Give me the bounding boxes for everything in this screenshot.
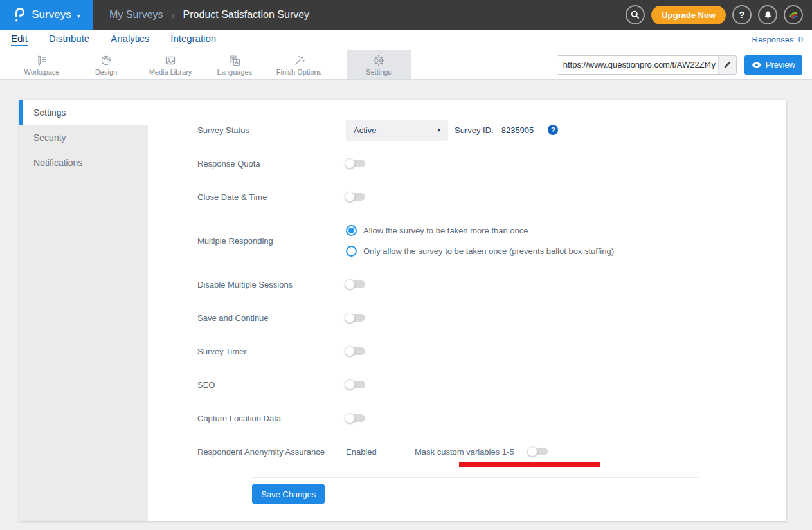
multiple-responding-row: Multiple Responding Allow the survey to …	[197, 220, 786, 261]
tab-integration[interactable]: Integration	[170, 33, 216, 46]
toolbar-tab-media-library[interactable]: Media Library	[138, 50, 203, 79]
disable-multiple-sessions-row: Disable Multiple Sessions	[197, 274, 786, 295]
radio-allow-more-than-once[interactable]	[346, 225, 357, 236]
survey-status-label: Survey Status	[197, 125, 346, 135]
close-date-time-toggle[interactable]	[346, 193, 365, 201]
seo-toggle[interactable]	[346, 381, 365, 388]
survey-id-value: 8235905	[501, 125, 534, 135]
disable-multiple-sessions-toggle[interactable]	[346, 280, 365, 288]
survey-timer-label: Survey Timer	[197, 347, 346, 356]
sidebar-item-settings[interactable]: Settings	[19, 100, 148, 125]
respondent-anonymity-label: Respondent Anonymity Assurance	[197, 447, 346, 457]
form-divider	[252, 477, 698, 478]
edit-url-button[interactable]	[718, 56, 736, 74]
response-quota-label: Response Quota	[197, 159, 346, 169]
sidebar-item-security[interactable]: Security	[19, 125, 148, 150]
toolbar-tab-languages[interactable]: Languages	[203, 50, 267, 79]
settings-form: Survey Status Active ▾ Survey ID: 823590…	[148, 100, 786, 521]
toolbar-tab-finish-options[interactable]: Finish Options	[267, 50, 331, 79]
question-mark-icon: ?	[739, 10, 745, 20]
capture-location-data-row: Capture Location Data	[197, 408, 786, 428]
bell-icon	[763, 10, 773, 20]
gear-icon	[372, 54, 385, 67]
mask-custom-variables-label: Mask custom variables 1-5	[415, 447, 528, 457]
response-quota-toggle[interactable]	[346, 160, 365, 167]
mask-custom-variables-toggle[interactable]	[528, 448, 548, 455]
notifications-button[interactable]	[758, 5, 777, 24]
seo-row: SEO	[197, 374, 786, 395]
save-and-continue-row: Save and Continue	[197, 307, 786, 328]
product-name: Surveys	[32, 8, 71, 21]
avatar[interactable]	[784, 5, 803, 24]
capture-location-data-label: Capture Location Data	[197, 414, 346, 423]
search-button[interactable]	[626, 5, 645, 24]
preview-label: Preview	[766, 60, 795, 69]
survey-url-field	[557, 55, 737, 75]
disable-multiple-sessions-label: Disable Multiple Sessions	[197, 280, 346, 289]
search-icon	[630, 10, 640, 20]
preview-button[interactable]: Preview	[744, 55, 802, 75]
chevron-down-icon: ▾	[77, 12, 80, 19]
survey-id-label: Survey ID:	[455, 125, 494, 135]
breadcrumb: My Surveys › Product Satisfaction Survey	[109, 9, 309, 21]
breadcrumb-my-surveys[interactable]: My Surveys	[109, 9, 163, 21]
survey-url-input[interactable]	[557, 56, 718, 74]
survey-status-value: Active	[354, 125, 376, 135]
avatar-logo-icon	[788, 10, 799, 21]
sidebar-item-notifications[interactable]: Notifications	[19, 150, 148, 175]
magic-wand-icon	[293, 54, 305, 67]
save-and-continue-toggle[interactable]	[346, 314, 365, 322]
image-icon	[164, 54, 177, 67]
chevron-down-icon: ▾	[437, 127, 440, 133]
annotation-red-underline	[459, 462, 600, 467]
response-quota-row: Response Quota	[197, 153, 786, 174]
radio-only-once[interactable]	[346, 246, 357, 257]
survey-status-row: Survey Status Active ▾ Survey ID: 823590…	[197, 120, 786, 140]
upgrade-now-button[interactable]: Upgrade Now	[651, 6, 726, 24]
eye-icon	[752, 62, 762, 68]
pencil-icon	[723, 60, 732, 69]
translate-icon	[228, 54, 241, 67]
multiple-responding-options: Allow the survey to be taken more than o…	[346, 220, 614, 261]
capture-location-data-toggle[interactable]	[346, 414, 365, 422]
survey-timer-row: Survey Timer	[197, 341, 786, 361]
responses-count[interactable]: Responses: 0	[752, 35, 804, 44]
respondent-anonymity-row: Respondent Anonymity Assurance Enabled M…	[197, 441, 786, 462]
settings-card: Settings Security Notifications Survey S…	[19, 100, 786, 521]
save-and-continue-label: Save and Continue	[197, 313, 346, 323]
toolbar-tab-workspace[interactable]: Workspace	[10, 50, 74, 79]
section-nav: Edit Distribute Analytics Integration Re…	[0, 30, 812, 50]
help-button[interactable]: ?	[732, 5, 752, 24]
edit-toolbar: Workspace Design Media Library	[0, 50, 812, 80]
palette-icon	[100, 54, 113, 67]
radio-option-multiple: Allow the survey to be taken more than o…	[346, 220, 614, 241]
product-switcher[interactable]: Surveys ▾	[0, 0, 93, 30]
survey-status-select[interactable]: Active ▾	[346, 120, 448, 141]
survey-timer-toggle[interactable]	[346, 347, 365, 355]
survey-id-help-icon[interactable]: ?	[548, 125, 558, 135]
anonymity-status: Enabled	[346, 447, 415, 457]
main-area: Settings Security Notifications Survey S…	[0, 80, 812, 530]
close-date-time-row: Close Date & Time	[197, 187, 786, 207]
save-changes-button[interactable]: Save Changes	[252, 484, 325, 504]
secondary-divider	[648, 489, 759, 489]
multiple-responding-label: Multiple Responding	[197, 220, 346, 261]
breadcrumb-separator-icon: ›	[172, 10, 175, 21]
tab-distribute[interactable]: Distribute	[49, 33, 89, 46]
tab-analytics[interactable]: Analytics	[111, 33, 149, 46]
toolbar-right: Preview	[557, 50, 812, 79]
close-date-time-label: Close Date & Time	[197, 192, 346, 202]
breadcrumb-survey-title: Product Satisfaction Survey	[183, 9, 310, 21]
toolbar-tab-design[interactable]: Design	[74, 50, 138, 79]
top-bar: Surveys ▾ My Surveys › Product Satisfact…	[0, 0, 812, 30]
radio-option-once: Only allow the survey to be taken once (…	[346, 241, 614, 261]
settings-sidebar: Settings Security Notifications	[19, 100, 148, 521]
tab-edit[interactable]: Edit	[11, 33, 28, 46]
topbar-actions: Upgrade Now ?	[626, 5, 803, 24]
workspace-icon	[35, 54, 48, 67]
toolbar-tab-settings[interactable]: Settings	[347, 50, 411, 79]
seo-label: SEO	[197, 380, 346, 390]
questionpro-logo-icon	[13, 6, 26, 23]
